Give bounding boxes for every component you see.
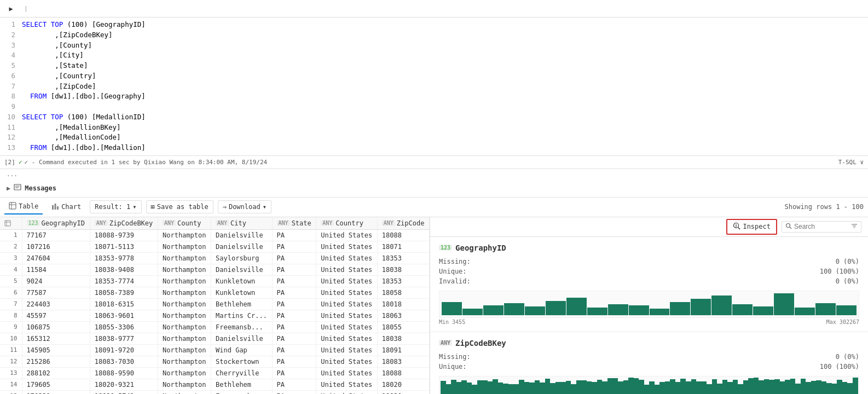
col-header-state: ANY State xyxy=(272,217,316,230)
code-line-10: 10 SELECT TOP (100) [MedallionID] xyxy=(0,112,868,123)
chart-bar xyxy=(483,305,504,315)
cell-country: United States xyxy=(316,252,378,264)
tab-table[interactable]: Table xyxy=(4,200,43,215)
cell-zip: 18058 xyxy=(377,287,429,298)
table-row: 7 224403 18018-6315 Northampton Bethlehe… xyxy=(0,298,430,310)
cell-city: Stockertown xyxy=(211,356,273,367)
chart-bar xyxy=(764,379,769,394)
code-line-8: 8 FROM [dw1].[dbo].[Geography] xyxy=(0,91,868,102)
chart-bar xyxy=(853,378,858,394)
cell-rownum: 15 xyxy=(0,390,22,394)
chart-bar xyxy=(655,385,660,394)
chart-bar xyxy=(550,383,555,394)
chart-bar xyxy=(592,382,597,394)
type-badge-any-4: ANY xyxy=(277,220,290,226)
showing-rows-label: Showing rows 1 - 100 xyxy=(785,203,864,211)
stat-zipkey-unique-label: Unique: xyxy=(439,363,467,370)
cell-zip: 18055 xyxy=(377,321,429,333)
table-row: 9 106875 18055-3306 Northampton Freemans… xyxy=(0,321,430,333)
cell-state: PA xyxy=(272,344,316,356)
cell-geoid: 77167 xyxy=(22,229,90,241)
download-icon: ⇒ xyxy=(223,203,227,211)
cell-city: Saylorsburg xyxy=(211,252,273,264)
cell-city: Martins Cr... xyxy=(211,310,273,321)
chart-bar xyxy=(785,380,790,394)
chart-bar xyxy=(806,382,811,394)
cell-state: PA xyxy=(272,298,316,310)
cell-county: Northampton xyxy=(158,367,211,379)
chart-bar xyxy=(644,385,650,394)
chart-bar xyxy=(696,381,702,394)
save-as-table-button[interactable]: ⊞ Save as table xyxy=(146,200,213,213)
chevron-down-icon: ▾ xyxy=(132,203,136,211)
code-line-13: 13 FROM [dw1].[dbo].[Medallion] xyxy=(0,143,868,153)
cell-city: Danielsville xyxy=(211,264,273,275)
cell-state: PA xyxy=(272,390,316,394)
svg-point-16 xyxy=(786,223,790,227)
col-header-zipcodebkey: ANY ZipCodeBKey xyxy=(90,217,158,230)
chart-bar xyxy=(790,379,796,394)
cell-country: United States xyxy=(316,321,378,333)
svg-rect-9 xyxy=(5,221,10,226)
chart-bar xyxy=(842,382,848,394)
chart-bar xyxy=(560,382,566,394)
inspect-button[interactable]: Inspect xyxy=(726,219,777,235)
type-badge-any-1: ANY xyxy=(95,220,108,226)
chart-bar xyxy=(738,384,743,394)
chart-bar xyxy=(815,303,836,315)
code-editor[interactable]: 1 SELECT TOP (100) [GeographyID] 2 ,[Zip… xyxy=(0,18,868,156)
table-row: 3 247604 18353-9778 Northampton Saylorsb… xyxy=(0,252,430,264)
cell-zipkey: 18353-9778 xyxy=(90,252,158,264)
cell-county: Northampton xyxy=(158,241,211,252)
cell-city: Bethlehem xyxy=(211,379,273,390)
search-box[interactable] xyxy=(782,221,861,233)
tab-chart[interactable]: Chart xyxy=(47,200,85,214)
cell-city: Cherryville xyxy=(211,367,273,379)
chart-bar xyxy=(727,382,733,394)
cell-state: PA xyxy=(272,241,316,252)
cell-rownum: 14 xyxy=(0,379,22,390)
chart-bar xyxy=(774,293,794,315)
download-button[interactable]: ⇒ Download ▾ xyxy=(218,200,271,213)
ellipsis-row[interactable]: ... xyxy=(0,169,868,180)
chart-bar xyxy=(691,379,697,394)
type-badge-any-6: ANY xyxy=(382,220,395,226)
cell-rownum: 4 xyxy=(0,264,22,275)
run-button[interactable]: ▶ xyxy=(4,2,18,15)
type-badge-any-3: ANY xyxy=(216,220,229,226)
chart-bar xyxy=(546,301,566,315)
cell-state: PA xyxy=(272,379,316,390)
cell-rownum: 11 xyxy=(0,344,22,356)
cell-city: Danielsville xyxy=(211,333,273,344)
svg-rect-3 xyxy=(9,202,16,209)
results-table-area[interactable]: 123 GeographyID ANY ZipCodeBKey xyxy=(0,217,430,394)
chart-bar xyxy=(467,383,472,394)
cell-country: United States xyxy=(316,333,378,344)
cell-zip: 18063 xyxy=(377,310,429,321)
stat-unique-val: 100 (100%) xyxy=(820,268,859,275)
stat-zipcodebkey-unique: Unique: 100 (100%) xyxy=(439,363,859,370)
cell-city: Freemansb... xyxy=(211,321,273,333)
search-input[interactable] xyxy=(794,223,849,230)
cell-county: Northampton xyxy=(158,356,211,367)
chart-bar xyxy=(608,304,628,315)
status-message: ✓ - Command executed in 1 sec by Qixiao … xyxy=(25,159,268,166)
expand-icon[interactable]: ▶ xyxy=(7,184,10,192)
table-row: 5 9024 18353-7774 Northampton Kunkletown… xyxy=(0,275,430,287)
inspect-toolbar: Inspect xyxy=(430,217,868,237)
code-line-12: 12 ,[MedallionCode] xyxy=(0,132,868,143)
chart-bar xyxy=(472,385,477,394)
code-line-11: 11 ,[MedallionBKey] xyxy=(0,123,868,133)
cell-zip: 18088 xyxy=(377,229,429,241)
cell-state: PA xyxy=(272,310,316,321)
table-row: 12 215286 18083-7030 Northampton Stocker… xyxy=(0,356,430,367)
code-line-6: 6 ,[Country] xyxy=(0,71,868,82)
cell-country: United States xyxy=(316,287,378,298)
chart-bar xyxy=(442,302,462,315)
chart-bar xyxy=(566,381,571,394)
result-selector[interactable]: Result: 1 ▾ xyxy=(90,200,141,213)
chart-bar xyxy=(545,379,551,394)
filter-icon[interactable] xyxy=(851,223,858,231)
stat-geographyid-max: Max 302267 xyxy=(826,319,859,325)
cell-county: Northampton xyxy=(158,287,211,298)
